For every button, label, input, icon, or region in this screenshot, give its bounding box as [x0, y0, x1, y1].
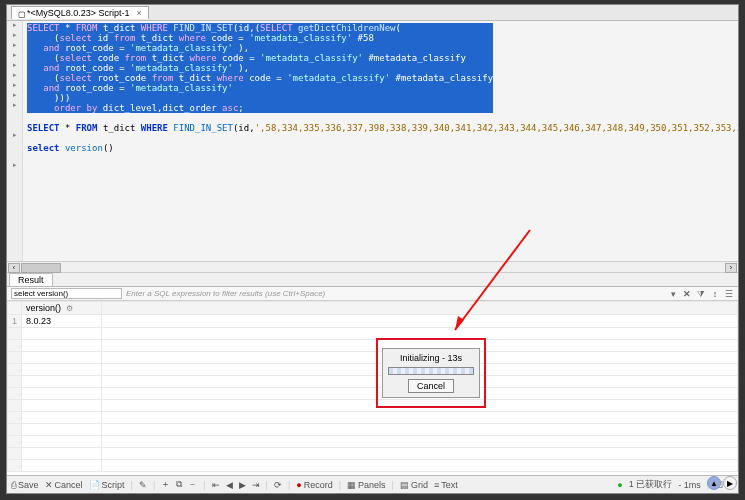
progress-dialog-highlight: Initializing - 13s Cancel — [376, 338, 486, 408]
column-gear-icon[interactable]: ⚙ — [66, 304, 73, 313]
editor-tab-bar: ▢ *<MySQL8.0.23> Script-1 × — [7, 5, 738, 21]
row-header — [8, 302, 22, 315]
result-tab[interactable]: Result — [9, 273, 53, 286]
column-label: version() — [26, 303, 61, 313]
last-button[interactable]: ⇥ — [252, 480, 260, 490]
table-row[interactable]: 1 8.0.23 — [8, 315, 738, 328]
scroll-left-icon[interactable]: ‹ — [8, 263, 20, 273]
filter-hint: Enter a SQL expression to filter results… — [126, 289, 668, 298]
save-button[interactable]: ⎙Save — [11, 480, 39, 490]
sql-icon: ▢ — [18, 10, 24, 16]
panels-button[interactable]: ▦Panels — [347, 480, 386, 490]
del-row-button[interactable]: － — [188, 478, 197, 491]
progress-status: Initializing - 13s — [400, 353, 462, 363]
sql-editor[interactable]: ▸▸▸▸ ▸▸▸▸▸ ▸ ▸ SELECT * FROM t_dict WHER… — [7, 21, 738, 261]
filter-input[interactable] — [11, 288, 122, 299]
prev-button[interactable]: ◀ — [226, 480, 233, 490]
filter-settings-icon[interactable]: ☰ — [724, 289, 734, 299]
pill-right-icon[interactable]: ▶ — [723, 476, 737, 490]
tab-title: *<MySQL8.0.23> Script-1 — [27, 8, 130, 18]
column-spacer — [102, 302, 738, 315]
first-button[interactable]: ⇤ — [212, 480, 220, 490]
scroll-right-icon[interactable]: › — [725, 263, 737, 273]
close-icon[interactable]: × — [137, 8, 142, 18]
result-tab-bar: Result — [7, 273, 738, 287]
progress-bar — [388, 367, 474, 375]
result-grid[interactable]: version() ⚙ 1 8.0.23 — [7, 301, 738, 475]
cancel-button[interactable]: ✕Cancel — [45, 480, 83, 490]
next-button[interactable]: ▶ — [239, 480, 246, 490]
text-button[interactable]: ≡Text — [434, 480, 458, 490]
pill-up-icon[interactable]: ▲ — [707, 476, 721, 490]
edit-button[interactable]: ✎ — [139, 480, 147, 490]
dialog-cancel-button[interactable]: Cancel — [408, 379, 454, 393]
corner-pills: ▲ ▶ — [707, 476, 737, 490]
filter-funnel-icon[interactable]: ⧩ — [696, 289, 706, 299]
filter-close-icon[interactable]: ✕ — [682, 289, 692, 299]
status-rows: 1 已获取行 — [629, 478, 673, 491]
editor-tab[interactable]: ▢ *<MySQL8.0.23> Script-1 × — [11, 6, 149, 19]
filter-apply-icon[interactable]: ▾ — [668, 289, 678, 299]
column-header[interactable]: version() ⚙ — [22, 302, 102, 315]
filter-sort-icon[interactable]: ↕ — [710, 289, 720, 299]
cell-value[interactable]: 8.0.23 — [22, 315, 102, 328]
grid-button[interactable]: ▤Grid — [400, 480, 428, 490]
add-row-button[interactable]: ＋ — [161, 478, 170, 491]
progress-dialog: Initializing - 13s Cancel — [382, 348, 480, 398]
refresh-button[interactable]: ⟳ — [274, 480, 282, 490]
dup-row-button[interactable]: ⧉ — [176, 479, 182, 490]
script-button[interactable]: 📄Script — [89, 480, 125, 490]
status-bar: ⎙Save ✕Cancel 📄Script | ✎ | ＋ ⧉ － | ⇤ ◀ … — [7, 475, 738, 493]
status-time: - 1ms — [678, 480, 701, 490]
scroll-thumb[interactable] — [21, 263, 61, 273]
fold-gutter: ▸▸▸▸ ▸▸▸▸▸ ▸ ▸ — [7, 21, 23, 261]
record-button[interactable]: ●Record — [296, 480, 332, 490]
filter-bar: Enter a SQL expression to filter results… — [7, 287, 738, 301]
editor-hscroll[interactable]: ‹ › — [7, 261, 738, 273]
